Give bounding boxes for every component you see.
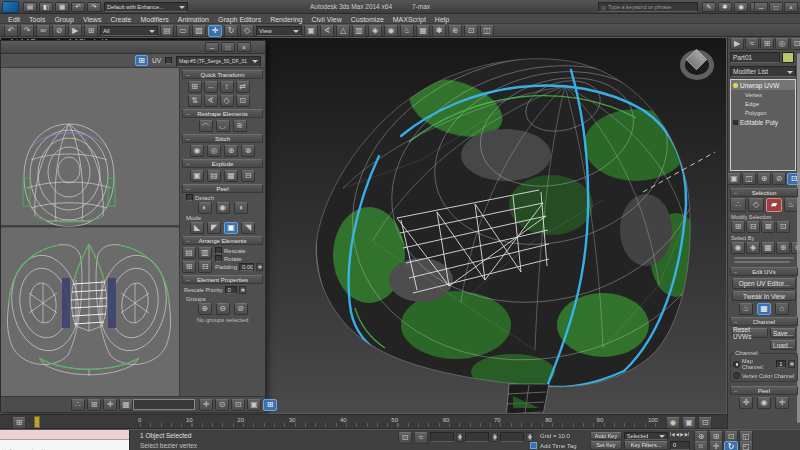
current-frame-field[interactable]: 0	[670, 441, 690, 450]
uv-close-button[interactable]: ×	[237, 42, 251, 52]
toolbar-icon[interactable]: ◇	[240, 25, 254, 37]
panel-tab-icon[interactable]: ◎	[775, 38, 789, 50]
edge-select-button[interactable]: ◇	[748, 198, 764, 212]
menu-item[interactable]: Civil View	[311, 16, 341, 23]
menu-item[interactable]: Graph Editors	[218, 16, 261, 23]
padding-field[interactable]: 0.001	[239, 263, 254, 271]
select-by-icon[interactable]: ▦	[761, 242, 775, 254]
uv-selection-icon[interactable]: ⊞	[87, 399, 101, 411]
reshape-icon[interactable]: ◡	[216, 120, 230, 132]
load-uvs-button[interactable]: Load...	[770, 340, 796, 350]
toolbar-icon[interactable]: ≋	[448, 25, 462, 37]
workspace-dropdown[interactable]: Default with Enhance...	[104, 2, 188, 12]
reshape-elements-header[interactable]: Reshape Elements	[182, 109, 263, 118]
y-coordinate-field[interactable]	[465, 432, 489, 442]
quick-access-icon[interactable]: ▤	[23, 2, 37, 12]
explode-icon[interactable]: ⊟	[241, 170, 255, 182]
uv-selection-icon[interactable]: ✛	[103, 399, 117, 411]
select-by-icon[interactable]: ◈	[746, 242, 760, 254]
titlebar-side-icon[interactable]: ✎	[702, 2, 716, 12]
quick-transform-icon[interactable]: ⊡	[236, 95, 250, 107]
reshape-icon[interactable]: ◠	[199, 120, 213, 132]
set-key-button[interactable]: Set Key	[590, 441, 622, 450]
object-name-field[interactable]: Part01	[730, 52, 780, 63]
quick-transform-icon[interactable]: ⇄	[236, 81, 250, 93]
menu-item[interactable]: Rendering	[270, 16, 302, 23]
toolbar-icon[interactable]: ▦	[416, 25, 430, 37]
modify-selection-icon[interactable]: ⊟	[746, 221, 760, 233]
modifier-list-dropdown[interactable]: Modifier List	[730, 66, 796, 77]
status-toggle-icon[interactable]: ≈	[414, 432, 428, 444]
map-channel-spinner[interactable]	[788, 360, 795, 368]
group-icon[interactable]: ⊕	[198, 303, 212, 315]
uv-selection-icon[interactable]: ▦	[119, 399, 133, 411]
viewport-nav-icon[interactable]: ↻	[724, 441, 738, 450]
reset-uvws-button[interactable]: Reset UVWs	[732, 328, 768, 338]
toolbar-icon[interactable]: ◉	[384, 25, 398, 37]
group-icon[interactable]: ⊖	[216, 303, 230, 315]
channel-rollout-header[interactable]: Channel	[730, 317, 798, 326]
rescale-priority-spinner[interactable]	[239, 286, 246, 294]
edit-uvs-rollout-header[interactable]: Edit UVs	[730, 267, 798, 276]
menu-item[interactable]: Customize	[351, 16, 384, 23]
polygon-select-button[interactable]: ▰	[766, 198, 782, 212]
menu-item[interactable]: Edit	[8, 16, 20, 23]
arrange-icon[interactable]: ▤	[182, 247, 196, 259]
peel-header[interactable]: Peel	[182, 184, 263, 193]
quick-transform-icon[interactable]: ↔	[204, 81, 218, 93]
quick-transform-icon[interactable]: ∢	[204, 95, 218, 107]
search-box[interactable]: ⊙ Type a keyword or phrase	[598, 2, 698, 12]
toolbar-icon[interactable]: ⊡	[464, 25, 478, 37]
modify-selection-icon[interactable]: ⊠	[761, 221, 775, 233]
trackbar-icon[interactable]: ▣	[682, 417, 696, 429]
select-by-icon[interactable]: ◉	[731, 242, 745, 254]
quick-access-icon[interactable]: ▦	[55, 2, 69, 12]
trackbar-icon[interactable]: ⊡	[698, 417, 712, 429]
selection-filter-dropdown[interactable]: All	[100, 26, 158, 36]
group-icon[interactable]: ⊘	[234, 303, 248, 315]
menu-item[interactable]: Views	[83, 16, 102, 23]
x-spinner[interactable]	[456, 432, 463, 442]
trackbar-icon[interactable]: ◉	[666, 417, 680, 429]
element-properties-header[interactable]: Element Properties	[182, 275, 263, 284]
titlebar-side-icon[interactable]: ◉	[734, 2, 748, 12]
peel-icon[interactable]: ◉	[216, 202, 230, 214]
quick-transform-icon[interactable]: ◇	[220, 95, 234, 107]
key-filter-selected-dropdown[interactable]: Selected	[624, 432, 668, 441]
toolbar-icon[interactable]: ✱	[432, 25, 446, 37]
detach-checkbox[interactable]	[186, 194, 193, 201]
stack-row-vertex[interactable]: Vertex	[731, 90, 795, 99]
uv-maximize-button[interactable]: □	[221, 42, 235, 52]
explode-icon[interactable]: ▤	[207, 170, 221, 182]
toolbar-icon[interactable]: ▭	[176, 25, 190, 37]
explode-icon[interactable]: ▣	[190, 170, 204, 182]
modify-selection-icon[interactable]: ⊞	[731, 221, 745, 233]
panel-tab-icon[interactable]: ▶	[730, 38, 744, 50]
key-filters-button[interactable]: Key Filters...	[624, 441, 668, 450]
uv-coord-field[interactable]	[133, 399, 195, 410]
stack-tool-icon[interactable]: ▣	[727, 173, 741, 185]
uv-nav-icon[interactable]: ⊡	[231, 399, 245, 411]
tweak-in-view-button[interactable]: Tweak In View	[732, 291, 796, 301]
modifier-enabled-icon[interactable]	[733, 83, 738, 88]
uv-preview-icon[interactable]: ♨	[739, 303, 753, 315]
menu-item[interactable]: Modifiers	[140, 16, 168, 23]
toolbar-icon[interactable]: ∢	[320, 25, 334, 37]
vertex-color-radio[interactable]	[733, 372, 740, 379]
viewport-nav-icon[interactable]: ◰	[739, 441, 753, 450]
maximize-button[interactable]: □	[769, 2, 783, 12]
uv-nav-icon[interactable]: ✛	[199, 399, 213, 411]
uv-editor-titlebar[interactable]: ─ □ ×	[1, 41, 265, 54]
arrange-elements-header[interactable]: Arrange Elements	[182, 236, 263, 245]
peel-mode-icon[interactable]: ◥	[241, 222, 255, 234]
toolbar-icon[interactable]: △	[336, 25, 350, 37]
toolbar-icon[interactable]: ⊞	[84, 25, 98, 37]
rotate-checkbox[interactable]	[215, 255, 222, 262]
stack-row-unwrap[interactable]: Unwrap UVW	[731, 80, 795, 90]
status-toggle-icon[interactable]: ⊡	[398, 432, 412, 444]
quick-access-icon[interactable]: ↷	[87, 2, 101, 12]
uv-canvas[interactable]	[1, 68, 179, 396]
rescale-checkbox[interactable]	[215, 247, 222, 254]
toolbar-icon[interactable]: ♨	[400, 25, 414, 37]
toolbar-icon[interactable]: ⊘	[52, 25, 66, 37]
